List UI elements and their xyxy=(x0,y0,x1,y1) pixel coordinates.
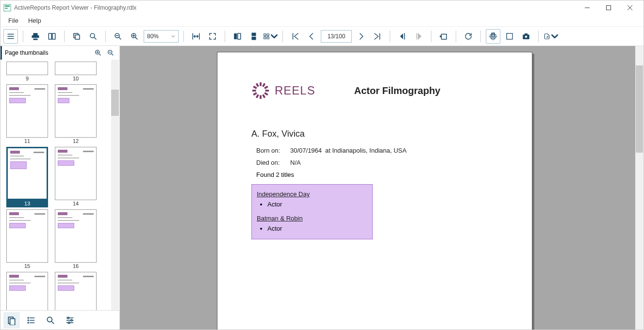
viewer-scrollbar[interactable] xyxy=(635,46,644,330)
titles-box: Independence Day Actor Batman & Robin Ac… xyxy=(251,184,373,239)
svg-point-28 xyxy=(28,320,29,321)
thumb-page-15[interactable]: 15 xyxy=(6,209,48,270)
born-date: 30/07/1964 xyxy=(290,147,315,154)
find-button[interactable] xyxy=(86,29,100,44)
history-back-button[interactable] xyxy=(395,29,410,44)
thumb-page-17[interactable] xyxy=(6,272,48,310)
svg-rect-19 xyxy=(507,33,512,39)
svg-rect-22 xyxy=(525,33,528,35)
export-button[interactable] xyxy=(544,29,558,44)
brand-text: REELS xyxy=(275,84,315,97)
actor-name: A. Fox, Vivica xyxy=(251,129,498,139)
tab-parameters[interactable] xyxy=(62,312,78,329)
menu-file[interactable]: File xyxy=(3,16,23,25)
thumbs-scrollbar-thumb[interactable] xyxy=(111,90,119,116)
svg-rect-16 xyxy=(264,37,266,39)
svg-point-33 xyxy=(68,322,70,323)
svg-rect-6 xyxy=(75,35,80,39)
zoom-out-button[interactable] xyxy=(111,29,125,44)
menu-help[interactable]: Help xyxy=(23,16,46,25)
tab-thumbnails[interactable] xyxy=(3,312,20,329)
tab-toc[interactable] xyxy=(23,312,39,329)
svg-rect-12 xyxy=(252,32,256,36)
thumb-page-13[interactable]: 13 xyxy=(6,147,48,207)
sidebar-toggle-button[interactable] xyxy=(3,29,18,44)
continuous-page-button[interactable] xyxy=(247,29,261,44)
svg-rect-41 xyxy=(256,94,259,98)
svg-rect-4 xyxy=(49,33,51,39)
thumb-page-14[interactable]: 14 xyxy=(55,147,97,207)
svg-rect-1 xyxy=(5,5,10,7)
died-value: N/A xyxy=(290,159,315,166)
window-title: ActiveReports Report Viewer - Filmograph… xyxy=(14,4,136,11)
thumb-page-10[interactable]: 10 xyxy=(55,62,97,82)
viewer-scrollbar-thumb[interactable] xyxy=(636,65,643,153)
thumbnails-panel: Page thumbnails 9 10 11 12 13 14 15 xyxy=(0,46,120,330)
svg-rect-15 xyxy=(267,33,269,35)
thumb-page-12[interactable]: 12 xyxy=(55,84,97,145)
svg-rect-35 xyxy=(262,83,265,87)
prev-page-button[interactable] xyxy=(304,29,319,44)
close-button[interactable] xyxy=(619,1,641,15)
svg-rect-43 xyxy=(252,90,256,92)
page-indicator[interactable]: 13/100 xyxy=(321,30,352,43)
thumbnails-header: Page thumbnails xyxy=(0,46,119,60)
chevron-down-icon xyxy=(551,32,558,41)
svg-rect-38 xyxy=(264,92,268,95)
fit-width-button[interactable] xyxy=(189,29,203,44)
pan-mode-button[interactable] xyxy=(486,29,500,44)
thumb-page-9[interactable]: 9 xyxy=(6,62,48,82)
first-page-button[interactable] xyxy=(288,29,302,44)
tab-search[interactable] xyxy=(42,312,59,329)
minimize-button[interactable] xyxy=(577,1,598,15)
print-button[interactable] xyxy=(28,29,43,44)
died-label: Died on: xyxy=(256,159,281,166)
svg-point-31 xyxy=(67,317,69,318)
copy-button[interactable] xyxy=(69,29,84,44)
title-link-2[interactable]: Batman & Robin xyxy=(257,215,367,222)
zoom-in-button[interactable] xyxy=(127,29,142,44)
next-page-button[interactable] xyxy=(354,29,368,44)
svg-rect-5 xyxy=(52,33,55,39)
thumb-zoom-in-button[interactable] xyxy=(92,47,104,59)
zoom-select[interactable]: 80% xyxy=(144,30,179,43)
thumb-page-18[interactable] xyxy=(55,272,97,310)
thumb-zoom-out-button[interactable] xyxy=(105,47,116,59)
thumb-page-11[interactable]: 11 xyxy=(6,84,48,145)
title-2-role: Actor xyxy=(267,225,367,232)
refresh-button[interactable] xyxy=(461,29,476,44)
viewer-area[interactable]: REELS Actor Filmography A. Fox, Vivica B… xyxy=(120,46,644,330)
svg-point-7 xyxy=(90,33,95,38)
maximize-button[interactable] xyxy=(598,1,619,15)
svg-point-21 xyxy=(525,35,528,38)
born-label: Born on: xyxy=(256,147,281,154)
svg-rect-34 xyxy=(260,82,262,86)
svg-rect-11 xyxy=(238,33,241,39)
svg-rect-40 xyxy=(260,95,262,99)
last-page-button[interactable] xyxy=(370,29,385,44)
svg-rect-42 xyxy=(253,92,257,95)
thumb-page-16[interactable]: 16 xyxy=(55,209,97,270)
fit-page-button[interactable] xyxy=(205,29,220,44)
svg-rect-26 xyxy=(10,318,15,325)
multipage-button[interactable] xyxy=(263,29,278,44)
app-icon xyxy=(3,4,11,12)
sidebar-tabs xyxy=(0,310,119,330)
snapshot-button[interactable] xyxy=(519,29,533,44)
history-fwd-button[interactable] xyxy=(412,29,426,44)
born-place: at Indianapolis, Indiana, USA xyxy=(325,147,407,154)
svg-rect-2 xyxy=(5,8,8,9)
svg-point-29 xyxy=(28,322,29,323)
back-to-parent-button[interactable] xyxy=(436,29,451,44)
single-page-button[interactable] xyxy=(230,29,245,44)
svg-rect-18 xyxy=(442,34,447,39)
select-mode-button[interactable] xyxy=(502,29,517,44)
svg-rect-10 xyxy=(234,33,237,39)
galley-mode-button[interactable] xyxy=(45,29,59,44)
menubar: File Help xyxy=(0,15,644,27)
report-title: Actor Filmography xyxy=(354,85,441,96)
toolbar: 80% 13/100 xyxy=(0,27,644,46)
svg-rect-3 xyxy=(607,6,611,10)
title-link-1[interactable]: Independence Day xyxy=(257,190,367,198)
chevron-down-icon xyxy=(171,34,175,38)
